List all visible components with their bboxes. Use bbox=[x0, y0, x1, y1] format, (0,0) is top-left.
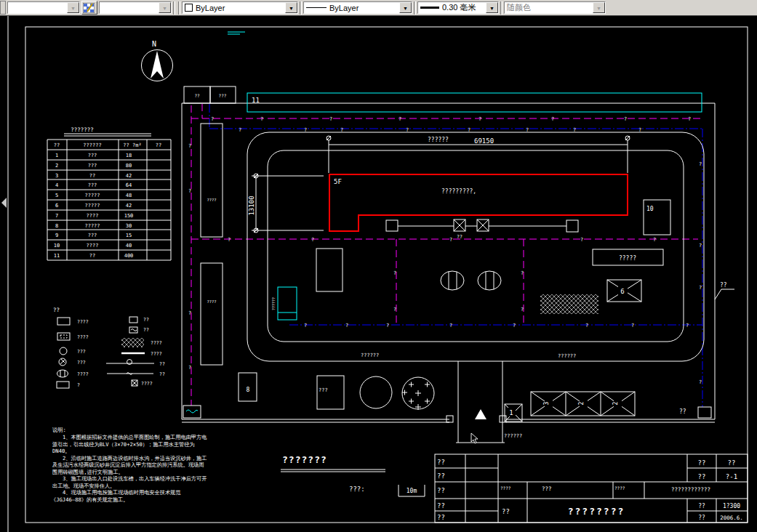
svg-text:?: ? bbox=[345, 323, 348, 329]
svg-text:????: ???? bbox=[207, 198, 216, 202]
layer-state-combo[interactable]: ▼ bbox=[99, 1, 172, 14]
svg-text:??: ?? bbox=[720, 282, 727, 289]
svg-text:????: ???? bbox=[614, 485, 625, 491]
object-properties-toolbar: ▼ ▼ ByLayer ▼ ByLayer ▼ bbox=[0, 0, 757, 16]
linetype-combo-value: ByLayer bbox=[329, 4, 359, 12]
svg-text:???: ??? bbox=[88, 163, 97, 169]
rebar-yard-hatch bbox=[540, 294, 598, 314]
proposed-building: 5F ?????????, bbox=[329, 174, 628, 231]
svg-text:?: ? bbox=[311, 237, 314, 243]
legend-label: ?? bbox=[143, 317, 149, 323]
svg-text:?: ? bbox=[478, 116, 481, 122]
road-label: ?????? bbox=[361, 352, 379, 358]
chevron-down-icon[interactable]: ▼ bbox=[159, 2, 171, 13]
tb-left-label: ?? bbox=[437, 502, 445, 509]
svg-text:400: 400 bbox=[124, 253, 134, 259]
chevron-down-icon[interactable]: ▼ bbox=[486, 2, 498, 13]
svg-text:?: ? bbox=[260, 116, 263, 122]
svg-text:?: ? bbox=[398, 116, 401, 122]
chevron-down-icon[interactable]: ▼ bbox=[593, 2, 605, 13]
brick-rect-icon bbox=[57, 382, 69, 388]
svg-text:80: 80 bbox=[126, 163, 132, 169]
sand-pile bbox=[360, 376, 392, 408]
north-arrow: N bbox=[142, 40, 173, 81]
svg-text:3: 3 bbox=[55, 173, 58, 179]
legend-label: ???? bbox=[151, 340, 162, 346]
svg-text:?: ? bbox=[188, 143, 191, 149]
svg-text:2: 2 bbox=[612, 401, 619, 405]
line-wave-icon bbox=[107, 373, 153, 375]
toolbar-separator bbox=[173, 1, 175, 15]
layer-combo[interactable]: ▼ bbox=[7, 1, 80, 14]
svg-text:2: 2 bbox=[578, 401, 585, 405]
svg-text:?: ? bbox=[188, 365, 191, 371]
svg-text:?: ? bbox=[653, 237, 656, 243]
svg-text:?: ? bbox=[449, 323, 452, 329]
x-box-symbol bbox=[477, 219, 489, 231]
gate-triangle-icon bbox=[475, 409, 486, 419]
existing-building bbox=[201, 263, 223, 365]
lineweight-combo[interactable]: 0.30 毫米 ▼ bbox=[417, 1, 499, 14]
color-combo[interactable]: ByLayer ▼ bbox=[182, 1, 298, 14]
chevron-down-icon[interactable]: ▼ bbox=[399, 2, 412, 13]
svg-text:1: 1 bbox=[55, 153, 58, 158]
svg-text:????????????: ???????????? bbox=[671, 486, 710, 493]
mixer-symbol bbox=[478, 271, 501, 290]
lineweight-sample-icon bbox=[420, 7, 439, 9]
make-layer-current-button[interactable] bbox=[81, 1, 97, 15]
plotstyle-combo-value: 随颜色 bbox=[505, 2, 593, 13]
temp-building-strip: 11 bbox=[247, 93, 702, 112]
road-label: ?????? bbox=[558, 353, 576, 359]
svg-text:10: 10 bbox=[646, 206, 654, 212]
svg-text:?: ? bbox=[188, 188, 191, 194]
svg-text:?: ? bbox=[211, 116, 214, 122]
layer-combo-value bbox=[8, 2, 67, 13]
svg-text:?: ? bbox=[513, 323, 516, 329]
svg-text:?: ? bbox=[521, 307, 524, 313]
chevron-down-icon[interactable]: ▼ bbox=[67, 2, 79, 13]
lineweight-combo-value: 0.30 毫米 bbox=[442, 2, 476, 13]
svg-text:????: ???? bbox=[500, 485, 511, 491]
plotstyle-combo[interactable]: 随颜色 ▼ bbox=[504, 1, 606, 14]
legend-label: ???? bbox=[77, 334, 89, 340]
svg-text:1: 1 bbox=[509, 409, 513, 416]
toolbar-fragment-icon[interactable] bbox=[0, 1, 6, 15]
svg-text:40: 40 bbox=[126, 243, 132, 249]
utility-box-label: ??? bbox=[219, 93, 227, 98]
table-row: 11??400 bbox=[54, 253, 134, 259]
svg-text:???: ??? bbox=[88, 153, 97, 158]
mixer-symbol bbox=[441, 271, 464, 290]
circle-crosshatch-icon bbox=[60, 347, 67, 355]
site-fence bbox=[182, 103, 715, 422]
linetype-sample-icon bbox=[306, 7, 327, 8]
facility-box-6: 6 bbox=[607, 280, 641, 302]
drawing-canvas[interactable]: N ??????? ?? ?????? ?? ?m² bbox=[0, 16, 757, 532]
col-header: ?????? bbox=[83, 142, 101, 148]
ellipse-bars-icon bbox=[57, 370, 68, 377]
gate-label: ?????? bbox=[504, 433, 522, 439]
title-block: ?? ?? ?? ?? ?? ?? ?? ?? ?-1 ?? ???? ??? … bbox=[435, 454, 748, 523]
gravel-pile bbox=[402, 377, 434, 410]
svg-text:?: ? bbox=[521, 270, 524, 276]
svg-text:?: ? bbox=[304, 323, 307, 329]
scale-label: ???: bbox=[349, 485, 365, 493]
svg-text:?: ? bbox=[699, 161, 702, 167]
toolbar-separator bbox=[500, 1, 502, 15]
col-header: ?? bbox=[156, 142, 161, 148]
chevron-down-icon[interactable]: ▼ bbox=[285, 2, 297, 13]
north-label: N bbox=[152, 40, 156, 48]
svg-text:?: ? bbox=[329, 116, 332, 122]
svg-text:????: ???? bbox=[207, 299, 216, 304]
dim-value: 13100 bbox=[248, 196, 255, 215]
col-header: ?? ?m² bbox=[123, 142, 141, 148]
linetype-combo[interactable]: ByLayer ▼ bbox=[303, 1, 412, 14]
svg-text:???: ??? bbox=[88, 182, 97, 188]
svg-text:??: ?? bbox=[728, 459, 736, 467]
notes-line: 4、现场施工用电按施工现场临时用电安全技术规范 bbox=[63, 489, 181, 496]
svg-text:?: ? bbox=[228, 237, 231, 243]
svg-text:10: 10 bbox=[54, 243, 60, 249]
site-entrance: ?????? bbox=[456, 361, 522, 443]
legend-label: ? bbox=[77, 382, 80, 388]
svg-text:??: ?? bbox=[698, 473, 706, 480]
facility-box-10: 10 bbox=[644, 200, 670, 235]
